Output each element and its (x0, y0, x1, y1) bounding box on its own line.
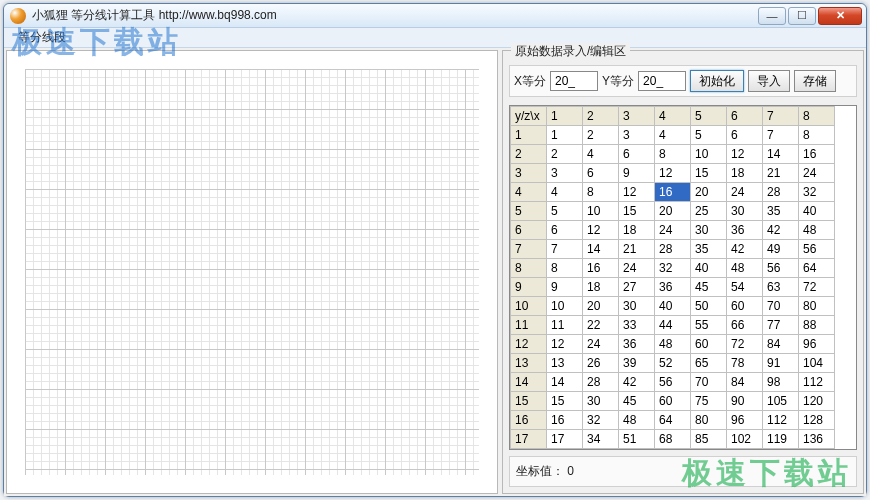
table-cell[interactable]: 4 (583, 145, 619, 164)
menu-item-0[interactable]: 等分线段 (10, 27, 74, 48)
table-row-header[interactable]: 12 (511, 335, 547, 354)
table-cell[interactable]: 16 (799, 145, 835, 164)
table-cell[interactable]: 39 (619, 354, 655, 373)
table-cell[interactable]: 42 (727, 240, 763, 259)
table-cell[interactable]: 48 (727, 259, 763, 278)
table-cell[interactable]: 45 (691, 278, 727, 297)
table-cell[interactable]: 3 (619, 126, 655, 145)
table-row-header[interactable]: 6 (511, 221, 547, 240)
table-cell[interactable]: 2 (583, 126, 619, 145)
table-row-header[interactable]: 5 (511, 202, 547, 221)
table-row-header[interactable]: 17 (511, 430, 547, 449)
table-cell[interactable]: 75 (691, 392, 727, 411)
table-cell[interactable]: 20 (583, 297, 619, 316)
table-cell[interactable]: 10 (547, 297, 583, 316)
table-cell[interactable]: 42 (763, 221, 799, 240)
table-cell[interactable]: 72 (799, 278, 835, 297)
table-cell[interactable]: 12 (547, 335, 583, 354)
table-cell[interactable]: 9 (547, 278, 583, 297)
table-cell[interactable]: 70 (763, 297, 799, 316)
table-cell[interactable]: 60 (727, 297, 763, 316)
table-cell[interactable]: 36 (619, 335, 655, 354)
table-cell[interactable]: 12 (619, 183, 655, 202)
table-col-header[interactable]: 7 (763, 107, 799, 126)
table-col-header[interactable]: 1 (547, 107, 583, 126)
table-cell[interactable]: 104 (799, 354, 835, 373)
table-cell[interactable]: 65 (691, 354, 727, 373)
table-cell[interactable]: 6 (727, 126, 763, 145)
x-divisions-input[interactable] (550, 71, 598, 91)
table-cell[interactable]: 24 (619, 259, 655, 278)
table-cell[interactable]: 21 (763, 164, 799, 183)
table-cell[interactable]: 40 (691, 259, 727, 278)
table-cell[interactable]: 119 (763, 430, 799, 449)
import-button[interactable]: 导入 (748, 70, 790, 92)
table-cell[interactable]: 28 (763, 183, 799, 202)
table-cell[interactable]: 8 (655, 145, 691, 164)
table-cell[interactable]: 14 (547, 373, 583, 392)
table-cell[interactable]: 56 (763, 259, 799, 278)
table-cell[interactable]: 56 (655, 373, 691, 392)
table-cell[interactable]: 36 (655, 278, 691, 297)
table-cell[interactable]: 45 (619, 392, 655, 411)
table-cell[interactable]: 9 (619, 164, 655, 183)
table-row-header[interactable]: 13 (511, 354, 547, 373)
table-col-header[interactable]: 6 (727, 107, 763, 126)
table-cell[interactable]: 128 (799, 411, 835, 430)
table-cell[interactable]: 35 (763, 202, 799, 221)
table-cell[interactable]: 28 (583, 373, 619, 392)
table-cell[interactable]: 51 (619, 430, 655, 449)
table-row-header[interactable]: 2 (511, 145, 547, 164)
table-cell[interactable]: 15 (619, 202, 655, 221)
table-cell[interactable]: 52 (655, 354, 691, 373)
table-cell[interactable]: 12 (655, 164, 691, 183)
table-cell[interactable]: 5 (547, 202, 583, 221)
table-cell[interactable]: 80 (799, 297, 835, 316)
table-cell[interactable]: 85 (691, 430, 727, 449)
table-cell[interactable]: 11 (547, 316, 583, 335)
table-cell[interactable]: 1 (547, 126, 583, 145)
table-cell[interactable]: 32 (583, 411, 619, 430)
table-cell[interactable]: 88 (799, 316, 835, 335)
table-cell[interactable]: 36 (727, 221, 763, 240)
table-cell[interactable]: 18 (727, 164, 763, 183)
table-cell[interactable]: 91 (763, 354, 799, 373)
table-cell[interactable]: 8 (799, 126, 835, 145)
table-cell[interactable]: 10 (583, 202, 619, 221)
table-cell[interactable]: 15 (547, 392, 583, 411)
maximize-button[interactable]: ☐ (788, 7, 816, 25)
table-cell[interactable]: 18 (583, 278, 619, 297)
table-cell[interactable]: 70 (691, 373, 727, 392)
table-cell[interactable]: 5 (691, 126, 727, 145)
table-cell[interactable]: 25 (691, 202, 727, 221)
grid-canvas[interactable] (25, 69, 479, 475)
table-cell[interactable]: 98 (763, 373, 799, 392)
table-cell[interactable]: 77 (763, 316, 799, 335)
minimize-button[interactable]: — (758, 7, 786, 25)
table-cell[interactable]: 27 (619, 278, 655, 297)
table-cell[interactable]: 32 (655, 259, 691, 278)
table-cell[interactable]: 78 (727, 354, 763, 373)
table-cell[interactable]: 72 (727, 335, 763, 354)
table-cell[interactable]: 3 (547, 164, 583, 183)
table-cell[interactable]: 2 (547, 145, 583, 164)
table-cell[interactable]: 12 (583, 221, 619, 240)
table-cell[interactable]: 48 (655, 335, 691, 354)
table-cell[interactable]: 48 (619, 411, 655, 430)
table-cell[interactable]: 7 (547, 240, 583, 259)
table-cell[interactable]: 96 (799, 335, 835, 354)
table-cell[interactable]: 112 (763, 411, 799, 430)
table-cell[interactable]: 24 (655, 221, 691, 240)
table-cell[interactable]: 20 (691, 183, 727, 202)
table-cell[interactable]: 26 (583, 354, 619, 373)
table-cell[interactable]: 4 (547, 183, 583, 202)
table-cell[interactable]: 63 (763, 278, 799, 297)
table-cell[interactable]: 6 (583, 164, 619, 183)
table-cell[interactable]: 48 (799, 221, 835, 240)
table-cell[interactable]: 102 (727, 430, 763, 449)
save-button[interactable]: 存储 (794, 70, 836, 92)
table-cell[interactable]: 120 (799, 392, 835, 411)
table-cell[interactable]: 33 (619, 316, 655, 335)
table-cell[interactable]: 16 (583, 259, 619, 278)
table-cell[interactable]: 14 (763, 145, 799, 164)
